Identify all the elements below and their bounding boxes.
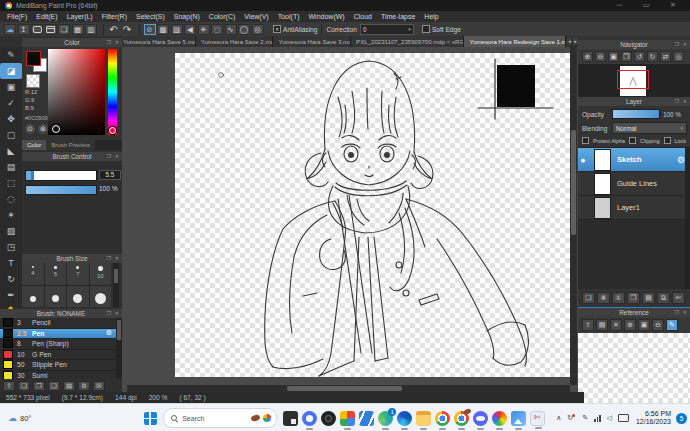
- layer-settings-gear-icon[interactable]: ⚙: [677, 155, 685, 165]
- layer-row-sketch[interactable]: ● Sketch ⚙: [578, 148, 690, 172]
- brush-size-slider[interactable]: [25, 170, 97, 181]
- palette-icon[interactable]: ⊙: [25, 124, 35, 134]
- battery-icon[interactable]: [618, 414, 629, 422]
- menu-edit[interactable]: Edit(E): [36, 13, 57, 20]
- color-set-icon[interactable]: ⊛: [38, 124, 48, 134]
- brush-copy-icon[interactable]: ⧉: [78, 381, 90, 391]
- hue-strip[interactable]: [108, 49, 117, 135]
- brush-size-slider-handle[interactable]: [31, 171, 34, 180]
- new-8bit-layer-icon[interactable]: ⑧: [597, 292, 610, 304]
- photos-app[interactable]: 1: [378, 411, 393, 426]
- opacity-slider[interactable]: [612, 109, 660, 119]
- brush-item-gpen[interactable]: 10 G Pen: [0, 350, 116, 361]
- scroll-thumb[interactable]: [117, 320, 121, 340]
- brush-script-icon[interactable]: ❑: [48, 381, 60, 391]
- tab-pxl[interactable]: PXL_20231107_235909700.mdp < sRGB >: [351, 36, 464, 47]
- wifi-icon[interactable]: [594, 415, 601, 422]
- tray-pen-icon[interactable]: ✎: [582, 414, 588, 422]
- dark-circle-app[interactable]: [321, 411, 336, 426]
- menu-snap[interactable]: Snap(N): [174, 13, 200, 20]
- brush-item-pencil[interactable]: 3 Pencil: [0, 318, 116, 329]
- float-panel-icon[interactable]: ❐: [675, 41, 679, 48]
- transparent-swatch[interactable]: [26, 74, 40, 88]
- float-panel-icon[interactable]: ❐: [675, 98, 679, 105]
- brush-size-cell[interactable]: [22, 286, 44, 307]
- brush-upload-icon[interactable]: ⇧: [3, 381, 15, 391]
- start-button[interactable]: [144, 412, 157, 425]
- vscroll-thumb[interactable]: [571, 130, 576, 235]
- menu-color[interactable]: Color(C): [209, 13, 235, 20]
- close-panel-icon[interactable]: ✕: [115, 310, 119, 317]
- canvas-vscrollbar[interactable]: [570, 47, 577, 385]
- redo-icon[interactable]: ↷: [121, 24, 133, 35]
- merge-layer-icon[interactable]: ⧉: [657, 292, 670, 304]
- float-panel-icon[interactable]: ❐: [107, 255, 111, 262]
- crop-tool[interactable]: ◳: [0, 239, 22, 255]
- menu-window[interactable]: Window(W): [308, 13, 344, 20]
- brush-duplicate-icon[interactable]: ❐: [33, 381, 45, 391]
- medibang-tile-app[interactable]: [359, 411, 374, 426]
- rotate-right-icon[interactable]: ↻: [647, 51, 658, 62]
- brushtip-square-icon[interactable]: ▩: [157, 24, 169, 35]
- new-1bit-layer-icon[interactable]: ①: [612, 292, 625, 304]
- navigator-viewport-rect[interactable]: [617, 70, 649, 89]
- zoom-in-icon[interactable]: ⊕: [582, 51, 593, 62]
- layer-folder-icon[interactable]: ▤: [642, 292, 655, 304]
- delete-layer-icon[interactable]: ✄: [672, 292, 685, 304]
- navigator-preview[interactable]: ⋀: [578, 64, 690, 97]
- float-panel-icon[interactable]: ❐: [675, 309, 679, 316]
- scroll-thumb[interactable]: [114, 269, 118, 283]
- close-panel-icon[interactable]: ✕: [683, 98, 687, 105]
- text-tool[interactable]: T: [0, 255, 22, 271]
- reference-clear-icon[interactable]: ✕: [610, 319, 622, 331]
- close-button[interactable]: ✕: [670, 1, 676, 9]
- brush-size-cell[interactable]: [67, 286, 89, 307]
- brushtip-triangle-icon[interactable]: ◀: [184, 24, 196, 35]
- tab-save5[interactable]: Yumesora Hara Save 5.mdp: [118, 36, 196, 47]
- actual-size-icon[interactable]: ❐: [621, 51, 632, 62]
- shape-tool[interactable]: ▢: [0, 127, 22, 143]
- pen2-tool[interactable]: ✒: [0, 287, 22, 303]
- document-icon[interactable]: ❏: [58, 24, 70, 35]
- protect-alpha-checkbox[interactable]: [582, 137, 589, 144]
- eraser-tool[interactable]: ◪: [0, 63, 22, 79]
- reference-zoom-in-icon[interactable]: ⊕: [624, 319, 636, 331]
- reference-zoom-out-icon[interactable]: ⊖: [652, 319, 664, 331]
- reference-open-icon[interactable]: ▤: [596, 319, 608, 331]
- brush-item-sumi[interactable]: 30 Sumi: [0, 371, 116, 380]
- menu-layer[interactable]: Layer(L): [67, 13, 93, 20]
- brush-opacity-slider[interactable]: [25, 185, 97, 195]
- image-app[interactable]: [283, 411, 298, 426]
- layer-row-guidelines[interactable]: Guide Lines: [578, 172, 690, 196]
- reference-import-icon[interactable]: ⇧: [582, 319, 594, 331]
- brush-new-icon[interactable]: ❏: [18, 381, 30, 391]
- hue-cursor[interactable]: [109, 127, 116, 134]
- brushtip-spiral-icon[interactable]: ◎: [252, 24, 264, 35]
- tab-brush-preview[interactable]: Brush Preview: [46, 140, 95, 150]
- brush-item-pen-sharp[interactable]: 8 Pen (Sharp): [0, 339, 116, 350]
- marquee-tool[interactable]: ▣: [0, 79, 22, 95]
- reset-view-icon[interactable]: ◎: [673, 51, 684, 62]
- brushtip-hatch-icon[interactable]: ▨: [171, 24, 183, 35]
- brush-size-cell[interactable]: [90, 286, 112, 307]
- snipping-tool-app-active[interactable]: ✄: [530, 411, 545, 426]
- fit-view-icon[interactable]: ▣: [608, 51, 619, 62]
- chat-app[interactable]: [302, 411, 317, 426]
- transform-tool[interactable]: ▨: [0, 223, 22, 239]
- chrome-app[interactable]: [435, 411, 450, 426]
- brush-size-cell[interactable]: 5: [45, 263, 67, 285]
- file-explorer-app[interactable]: [416, 411, 431, 426]
- sv-cursor[interactable]: [52, 125, 60, 133]
- lasso-tool[interactable]: ◌: [0, 191, 22, 207]
- brush-size-cell[interactable]: 4: [22, 263, 44, 285]
- comment-icon[interactable]: [31, 24, 43, 35]
- brush-item-pen-selected[interactable]: 2.5 Pen ⚙: [0, 329, 116, 340]
- brush-size-cell[interactable]: [45, 286, 67, 307]
- rotate-tool[interactable]: ↻: [0, 271, 22, 287]
- weather-widget[interactable]: ☁ 80°: [8, 413, 144, 423]
- cloud-icon[interactable]: ☁: [4, 24, 16, 35]
- saturation-value-picker[interactable]: [48, 49, 105, 135]
- edge-app[interactable]: [397, 411, 412, 426]
- menu-cloud[interactable]: Cloud: [354, 13, 372, 20]
- tab-redesign-active[interactable]: Yumesora Hara Redesign Save 1.mdp: [464, 36, 566, 47]
